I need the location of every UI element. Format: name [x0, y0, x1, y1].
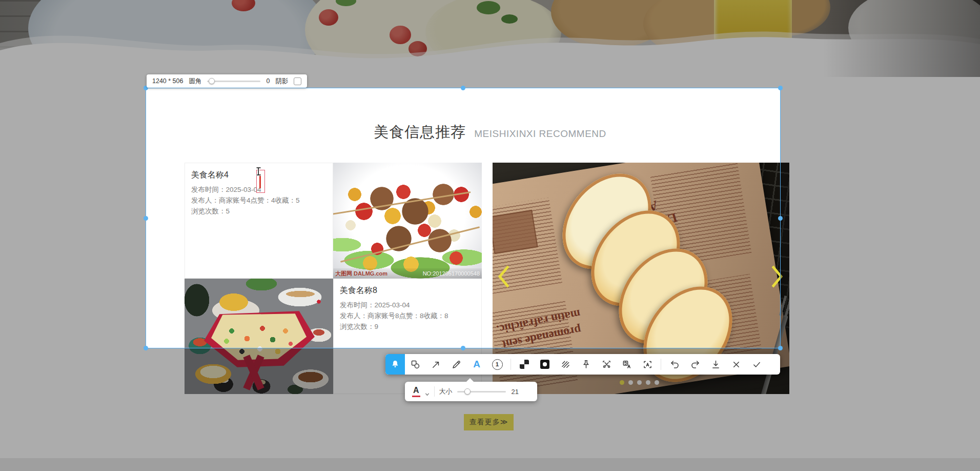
capture-selection[interactable] [146, 88, 781, 348]
hero-tomato-3 [409, 41, 427, 56]
hero-muffin-3 [741, 0, 830, 36]
confirm-capture-button[interactable] [746, 354, 767, 375]
check-icon [751, 359, 762, 370]
shapes-tool-button[interactable] [405, 354, 425, 375]
corner-radius-slider[interactable] [207, 78, 260, 84]
wave-divider [0, 0, 980, 77]
arrow-icon [431, 359, 441, 370]
mosaic-icon [520, 360, 529, 369]
corner-radius-value: 0 [266, 77, 270, 85]
font-color-button[interactable]: A [412, 386, 420, 397]
font-size-slider[interactable] [457, 388, 506, 395]
shadow-label: 阴影 [275, 77, 288, 86]
hero-egg-muffin [305, 0, 484, 77]
blur-tool-button[interactable] [535, 354, 555, 375]
arrow-tool-button[interactable] [425, 354, 446, 375]
chevron-down-icon[interactable] [425, 389, 430, 394]
hero-muffin-2 [643, 0, 755, 56]
hero-garnish [477, 1, 500, 14]
text-tool-icon: A [473, 359, 480, 370]
pin-tool-button[interactable] [576, 354, 596, 375]
download-button[interactable] [705, 354, 726, 375]
annotation-toolbar: A 1 [385, 354, 780, 375]
corner-radius-label: 圆角 [189, 77, 201, 86]
selection-handle-n[interactable] [461, 86, 465, 90]
blur-icon [540, 360, 549, 369]
selection-handle-se[interactable] [778, 346, 783, 350]
hero-juice-glass [714, 0, 792, 54]
pencil-icon [451, 359, 462, 370]
translate-icon [622, 359, 632, 370]
carousel-dot[interactable] [646, 380, 650, 385]
carousel-dot[interactable] [655, 380, 659, 385]
hero-tomato-2 [390, 26, 411, 44]
hero-plate-right [848, 0, 980, 68]
text-tool-button[interactable]: A [466, 354, 487, 375]
slider-knob[interactable] [464, 388, 471, 395]
close-icon [731, 359, 742, 370]
hero-tomato-4 [232, 0, 255, 11]
toolbar-separator [511, 359, 511, 370]
undo-button[interactable] [664, 354, 685, 375]
separator [434, 386, 435, 397]
number-marker-icon: 1 [492, 359, 503, 370]
carousel-dots [620, 380, 659, 385]
bell-icon [390, 359, 400, 369]
carousel-dot[interactable] [628, 380, 633, 385]
ibeam-cursor [255, 167, 262, 176]
selection-handle-sw[interactable] [144, 346, 148, 350]
redo-button[interactable] [685, 354, 705, 375]
hero-garnish-3 [336, 0, 356, 6]
selection-handle-e[interactable] [778, 216, 783, 221]
ocr-tool-button[interactable] [637, 354, 658, 375]
capture-size-label: 1240 * 506 [152, 77, 183, 85]
hero-tomato [319, 9, 338, 26]
app-button[interactable] [385, 354, 405, 375]
pin-icon [581, 359, 591, 370]
ocr-icon [642, 359, 653, 370]
hero-egg-muffin-2 [425, 0, 561, 71]
shapes-icon [410, 359, 421, 370]
hero-muffin [551, 0, 671, 48]
selection-handle-w[interactable] [144, 216, 148, 221]
carousel-dot[interactable] [620, 380, 624, 385]
toolbar-separator [661, 359, 661, 370]
undo-icon [669, 359, 680, 370]
shadow-checkbox[interactable] [294, 77, 301, 85]
hero-garnish-2 [501, 14, 518, 24]
cancel-capture-button[interactable] [726, 354, 746, 375]
slider-track [207, 81, 260, 82]
slider-knob[interactable] [209, 78, 215, 84]
hero-photo [0, 0, 980, 77]
font-size-value: 21 [512, 388, 519, 396]
capture-info-bar: 1240 * 506 圆角 0 阴影 [147, 74, 307, 88]
selection-handle-ne[interactable] [778, 86, 783, 90]
redo-icon [690, 359, 701, 370]
scissors-icon [601, 359, 612, 370]
view-more-button[interactable]: 查看更多≫ [464, 414, 514, 430]
hatch-tool-button[interactable] [555, 354, 576, 375]
hatch-icon [560, 359, 571, 370]
selection-handle-s[interactable] [461, 346, 465, 350]
download-icon [710, 359, 721, 370]
cut-tool-button[interactable] [596, 354, 617, 375]
translate-tool-button[interactable] [617, 354, 637, 375]
mosaic-tool-button[interactable] [514, 354, 535, 375]
carousel-dot[interactable] [637, 380, 642, 385]
pencil-tool-button[interactable] [446, 354, 466, 375]
hero-plate-left [28, 0, 325, 77]
page-footer [0, 458, 980, 471]
font-size-label: 大小 [439, 387, 453, 396]
number-marker-tool-button[interactable]: 1 [487, 354, 507, 375]
text-options-bar: A 大小 21 [405, 382, 537, 401]
